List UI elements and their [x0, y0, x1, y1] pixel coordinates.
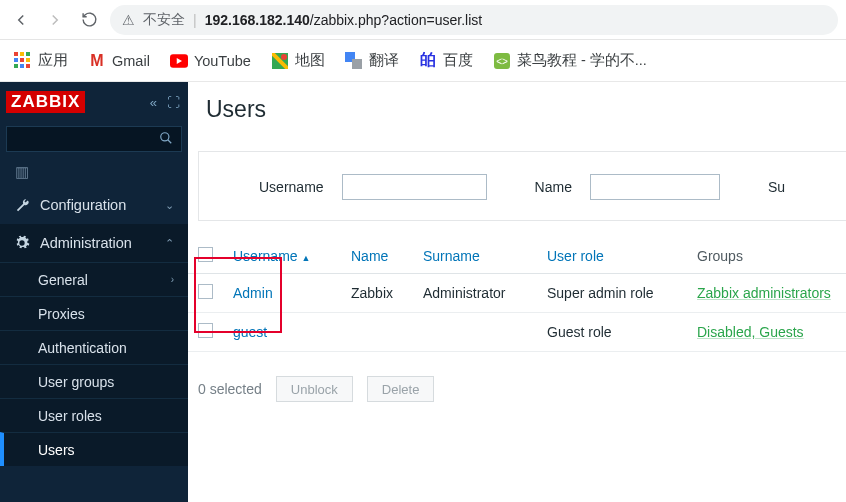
table-row: guest Guest role Disabled, Guests: [188, 313, 846, 352]
nav-forward-button[interactable]: [42, 7, 68, 33]
sidebar-collapse-icon[interactable]: «: [150, 95, 157, 110]
sort-asc-icon: ▲: [301, 253, 310, 263]
col-surname[interactable]: Surname: [413, 239, 537, 274]
insecure-icon: ⚠: [122, 12, 135, 28]
table-footer: 0 selected Unblock Delete: [188, 362, 846, 416]
bookmark-apps[interactable]: 应用: [14, 51, 68, 70]
filter-username-label: Username: [259, 179, 324, 195]
bookmark-baidu[interactable]: 㿟 百度: [419, 51, 473, 70]
sidebar-search[interactable]: [6, 126, 182, 152]
reports-icon: ▥: [14, 164, 30, 180]
sidebar-fullscreen-icon[interactable]: ⛶: [167, 95, 180, 110]
wrench-icon: [14, 197, 30, 213]
selected-count: 0 selected: [198, 381, 262, 397]
runoob-icon: <>: [493, 52, 511, 70]
col-username[interactable]: Username ▲: [223, 239, 341, 274]
chevron-up-icon: ⌃: [165, 237, 174, 250]
filter-username-input[interactable]: [342, 174, 487, 200]
filter-name-input[interactable]: [590, 174, 720, 200]
logo[interactable]: ZABBIX: [6, 91, 85, 113]
chevron-down-icon: ⌄: [165, 199, 174, 212]
sidebar-sub-general[interactable]: General›: [0, 262, 188, 296]
insecure-label: 不安全: [143, 11, 185, 29]
url-path: /zabbix.php?action=user.list: [310, 12, 482, 28]
page-title: Users: [188, 82, 846, 137]
bookmark-runoob[interactable]: <> 菜鸟教程 - 学的不...: [493, 51, 647, 70]
cell-name: Zabbix: [341, 274, 413, 313]
bookmark-maps[interactable]: 地图: [271, 51, 325, 70]
filter-bar: Username Name Su: [198, 151, 846, 221]
cell-role: Guest role: [537, 313, 687, 352]
chevron-right-icon: ›: [171, 274, 174, 285]
users-table: Username ▲ Name Surname User role Groups…: [188, 239, 846, 352]
apps-icon: [14, 52, 32, 70]
group-link[interactable]: Disabled, Guests: [697, 324, 804, 340]
svg-text:<>: <>: [496, 56, 508, 67]
unblock-button[interactable]: Unblock: [276, 376, 353, 402]
filter-surname-label: Su: [768, 179, 785, 195]
svg-rect-4: [352, 59, 362, 69]
sidebar-item-label: Configuration: [40, 197, 126, 213]
baidu-icon: 㿟: [419, 52, 437, 70]
cell-surname: Administrator: [413, 274, 537, 313]
bookmark-gmail[interactable]: M Gmail: [88, 52, 150, 70]
youtube-icon: [170, 52, 188, 70]
sidebar-item-administration[interactable]: Administration ⌃: [0, 224, 188, 262]
user-link-admin[interactable]: Admin: [233, 285, 273, 301]
bookmark-translate[interactable]: 翻译: [345, 51, 399, 70]
nav-reload-button[interactable]: [76, 7, 102, 33]
row-checkbox[interactable]: [198, 284, 213, 299]
url-host: 192.168.182.140: [205, 12, 310, 28]
sidebar-item-configuration[interactable]: Configuration ⌄: [0, 186, 188, 224]
delete-button[interactable]: Delete: [367, 376, 435, 402]
sidebar-sub-user-groups[interactable]: User groups: [0, 364, 188, 398]
sidebar-sub-authentication[interactable]: Authentication: [0, 330, 188, 364]
table-row: Admin Zabbix Administrator Super admin r…: [188, 274, 846, 313]
user-link-guest[interactable]: guest: [233, 324, 267, 340]
col-name[interactable]: Name: [341, 239, 413, 274]
col-groups: Groups: [687, 239, 846, 274]
address-bar[interactable]: ⚠ 不安全 | 192.168.182.140/zabbix.php?actio…: [110, 5, 838, 35]
translate-icon: [345, 52, 363, 70]
cell-name: [341, 313, 413, 352]
search-icon: [159, 131, 173, 148]
gmail-icon: M: [88, 52, 106, 70]
cell-surname: [413, 313, 537, 352]
group-link[interactable]: Zabbix administrators: [697, 285, 831, 301]
bookmark-youtube[interactable]: YouTube: [170, 52, 251, 70]
bookmarks-bar: 应用 M Gmail YouTube 地图 翻译 㿟 百度 <> 菜鸟教程 - …: [0, 40, 846, 82]
gear-icon: [14, 235, 30, 251]
sidebar-item-reports[interactable]: ▥ Reports: [0, 158, 188, 186]
col-user-role[interactable]: User role: [537, 239, 687, 274]
sidebar-item-label: Administration: [40, 235, 132, 251]
sidebar-sub-users[interactable]: Users: [0, 432, 188, 466]
sidebar: ZABBIX « ⛶ ▥ Reports Configuration ⌄ Adm…: [0, 82, 188, 502]
main-content: Users Username Name Su Username ▲ Name S…: [188, 82, 846, 502]
sidebar-sub-proxies[interactable]: Proxies: [0, 296, 188, 330]
svg-point-2: [281, 54, 287, 60]
maps-icon: [271, 52, 289, 70]
cell-role: Super admin role: [537, 274, 687, 313]
sidebar-sub-user-roles[interactable]: User roles: [0, 398, 188, 432]
svg-point-7: [161, 132, 169, 140]
nav-back-button[interactable]: [8, 7, 34, 33]
filter-name-label: Name: [535, 179, 572, 195]
select-all-checkbox[interactable]: [198, 247, 213, 262]
row-checkbox[interactable]: [198, 323, 213, 338]
